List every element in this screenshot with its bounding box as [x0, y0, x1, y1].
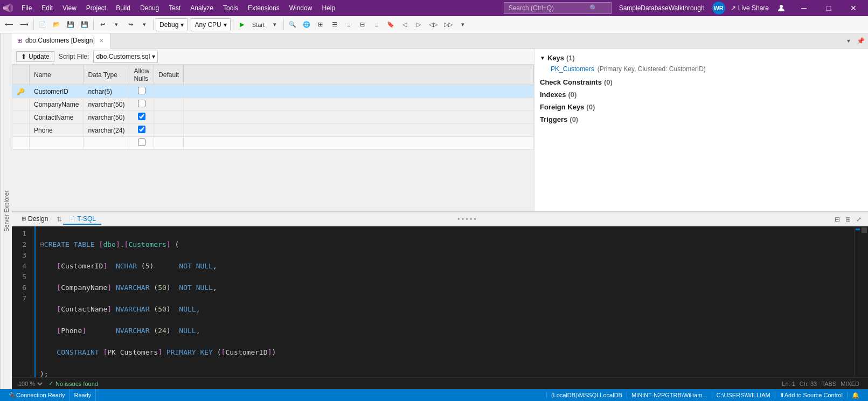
menu-debug[interactable]: Debug: [136, 3, 163, 13]
col-nulls-3[interactable]: [129, 124, 154, 137]
start-button[interactable]: ▶: [235, 18, 248, 32]
table-row-empty[interactable]: [12, 137, 534, 150]
col-name-0[interactable]: CustomerID: [30, 85, 84, 98]
maximize-panel-button[interactable]: ⤢: [854, 215, 864, 224]
start-dropdown[interactable]: ▾: [268, 18, 281, 32]
menu-edit[interactable]: Edit: [37, 3, 57, 13]
check-constraints-header[interactable]: Check Constraints (0): [540, 78, 863, 86]
empty-default[interactable]: [154, 137, 184, 150]
toolbar-btn-15[interactable]: ▷▷: [441, 18, 455, 32]
table-row[interactable]: ContactName nvarchar(50): [12, 111, 534, 124]
script-file-dropdown[interactable]: dbo.Customers.sql ▾: [93, 51, 158, 63]
navigate-back-button[interactable]: ⟵: [2, 18, 16, 32]
menu-build[interactable]: Build: [112, 3, 135, 13]
save-all-button[interactable]: 💾: [78, 18, 91, 32]
search-input[interactable]: [509, 4, 589, 12]
indexes-header[interactable]: Indexes (0): [540, 91, 863, 99]
bookmark-button[interactable]: 🔖: [384, 18, 397, 32]
empty-nulls[interactable]: [129, 137, 154, 150]
scrollbar-thumb[interactable]: [862, 227, 867, 233]
col-default-0[interactable]: [154, 85, 184, 98]
table-row[interactable]: CompanyName nvarchar(50): [12, 98, 534, 111]
toolbar-btn-9[interactable]: ⊟: [356, 18, 369, 32]
toolbar-btn-10[interactable]: ≡: [370, 18, 383, 32]
maximize-button[interactable]: □: [816, 0, 841, 16]
navigate-forward-button[interactable]: ⟶: [17, 18, 31, 32]
col-default-3[interactable]: [154, 124, 184, 137]
open-button[interactable]: 📂: [50, 18, 63, 32]
toolbar-btn-6[interactable]: ⊞: [314, 18, 327, 32]
split-horizontal-button[interactable]: ⊟: [832, 215, 842, 224]
toolbar-btn-7[interactable]: ☰: [328, 18, 341, 32]
foreign-keys-header[interactable]: Foreign Keys (0): [540, 103, 863, 111]
toolbar-btn-13[interactable]: ▷: [412, 18, 425, 32]
col-datatype-2[interactable]: nvarchar(50): [84, 111, 129, 124]
col-default-2[interactable]: [154, 111, 184, 124]
triggers-header[interactable]: Triggers (0): [540, 115, 863, 123]
col-name-1[interactable]: CompanyName: [30, 98, 84, 111]
menu-analyze[interactable]: Analyze: [186, 3, 218, 13]
find-button[interactable]: 🔍: [286, 18, 299, 32]
col-datatype-0[interactable]: nchar(5): [84, 85, 129, 98]
col-name-2[interactable]: ContactName: [30, 111, 84, 124]
empty-checkbox[interactable]: [138, 139, 145, 146]
nulls-checkbox-2[interactable]: [138, 113, 145, 120]
table-row[interactable]: 🔑 CustomerID nchar(5): [12, 85, 534, 98]
pk-customers-item[interactable]: PK_Customers (Primary Key, Clustered: Cu…: [551, 64, 863, 74]
nulls-checkbox-3[interactable]: [138, 126, 145, 133]
col-datatype-1[interactable]: nvarchar(50): [84, 98, 129, 111]
redo-button[interactable]: ↪: [124, 18, 137, 32]
close-button[interactable]: ✕: [841, 0, 866, 16]
toolbar-btn-12[interactable]: ◁: [398, 18, 411, 32]
start-label[interactable]: Start: [249, 18, 267, 32]
pk-name[interactable]: PK_Customers: [551, 65, 594, 73]
toolbar-settings-dropdown[interactable]: ▾: [456, 18, 469, 32]
tab-dropdown-button[interactable]: ▾: [844, 37, 853, 45]
design-tab[interactable]: ⊞ Design: [16, 214, 53, 225]
empty-datatype[interactable]: [84, 137, 129, 150]
drag-handle[interactable]: • • • • •: [457, 216, 476, 223]
col-nulls-1[interactable]: [129, 98, 154, 111]
dbo-customers-tab[interactable]: ⊞ dbo.Customers [Design] ✕: [12, 33, 110, 49]
col-name-3[interactable]: Phone: [30, 124, 84, 137]
col-nulls-0[interactable]: [129, 85, 154, 98]
undo-button[interactable]: ↩: [96, 18, 109, 32]
save-button[interactable]: 💾: [64, 18, 77, 32]
nulls-checkbox-0[interactable]: [138, 87, 145, 94]
col-nulls-2[interactable]: [129, 111, 154, 124]
menu-file[interactable]: File: [17, 3, 36, 13]
code-content[interactable]: ⊟CREATE TABLE [dbo].[Customers] ( [Custo…: [36, 226, 854, 377]
source-control-button[interactable]: ⬆ Add to Source Control: [775, 392, 847, 399]
menu-window[interactable]: Window: [285, 3, 317, 13]
notification-button[interactable]: 🔔: [847, 392, 864, 399]
live-share-button[interactable]: ↗ Live Share: [726, 4, 773, 12]
col-default-1[interactable]: [154, 98, 184, 111]
minimize-button[interactable]: ─: [791, 0, 816, 16]
close-tab-button[interactable]: ✕: [98, 37, 105, 44]
configuration-dropdown[interactable]: Debug ▾: [156, 18, 188, 31]
toolbar-btn-8[interactable]: ≡: [342, 18, 355, 32]
empty-name[interactable]: [30, 137, 84, 150]
col-datatype-3[interactable]: nvarchar(24): [84, 124, 129, 137]
search-box[interactable]: 🔍: [504, 2, 612, 14]
browser-button[interactable]: 🌐: [300, 18, 313, 32]
menu-tools[interactable]: Tools: [219, 3, 242, 13]
menu-help[interactable]: Help: [317, 3, 339, 13]
undo-dropdown[interactable]: ▾: [110, 18, 123, 32]
keys-header[interactable]: ▼ Keys (1): [540, 54, 863, 62]
menu-test[interactable]: Test: [164, 3, 185, 13]
tsql-tab[interactable]: 📄 T-SQL: [63, 214, 101, 225]
tab-pin-button[interactable]: 📌: [853, 37, 868, 45]
menu-extensions[interactable]: Extensions: [244, 3, 284, 13]
nulls-checkbox-1[interactable]: [138, 100, 145, 107]
menu-view[interactable]: View: [58, 3, 81, 13]
zoom-select[interactable]: 100 %: [16, 380, 44, 388]
toolbar-btn-14[interactable]: ◁▷: [426, 18, 440, 32]
redo-dropdown[interactable]: ▾: [138, 18, 151, 32]
server-explorer-sidebar[interactable]: Server Explorer: [0, 33, 12, 389]
update-button[interactable]: ⬆ Update: [16, 51, 54, 62]
platform-dropdown[interactable]: Any CPU ▾: [191, 18, 230, 31]
new-project-button[interactable]: 📄: [36, 18, 49, 32]
table-row[interactable]: Phone nvarchar(24): [12, 124, 534, 137]
menu-project[interactable]: Project: [82, 3, 110, 13]
